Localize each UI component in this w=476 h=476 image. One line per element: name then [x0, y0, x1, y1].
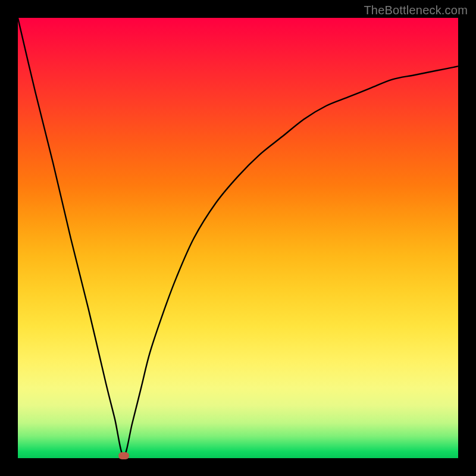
plot-area — [18, 18, 458, 458]
chart-frame: TheBottleneck.com — [0, 0, 476, 476]
attribution-label: TheBottleneck.com — [364, 4, 468, 17]
bottleneck-curve — [18, 18, 458, 456]
minimum-marker — [118, 452, 129, 459]
curve-svg — [18, 18, 458, 458]
